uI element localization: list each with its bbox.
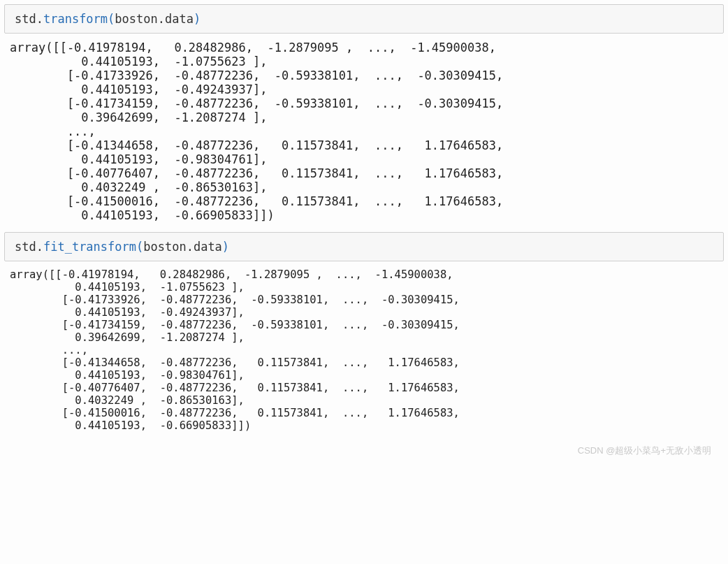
code-input-cell-2[interactable]: std.fit_transform(boston.data): [4, 232, 724, 261]
watermark-text: CSDN @超级小菜鸟+无敌小透明: [0, 438, 728, 465]
code-input-cell-1[interactable]: std.transform(boston.data): [4, 4, 724, 34]
code-output-cell-2: array([[-0.41978194, 0.28482986, -1.2879…: [0, 264, 728, 438]
open-paren-icon: (: [108, 12, 115, 26]
close-paren-icon: ): [222, 240, 229, 254]
arg-token: boston.data: [143, 240, 222, 254]
code-output-cell-1: array([[-0.41978194, 0.28482986, -1.2879…: [0, 36, 728, 228]
open-paren-icon: (: [136, 240, 143, 254]
method-token: fit_transform: [43, 240, 136, 254]
method-token: transform: [43, 12, 108, 26]
obj-token: std.: [15, 240, 43, 254]
close-paren-icon: ): [194, 12, 201, 26]
arg-token: boston.data: [115, 12, 194, 26]
obj-token: std.: [15, 12, 43, 26]
